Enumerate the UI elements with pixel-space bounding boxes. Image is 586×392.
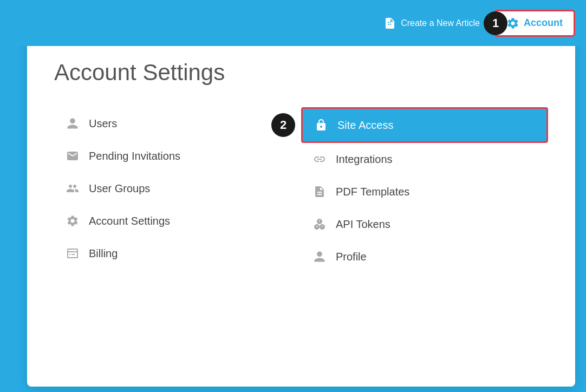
left-column: Users Pending Invitations User Groups xyxy=(54,107,301,273)
menu-item-profile[interactable]: Profile xyxy=(301,240,548,273)
page-title: Account Settings xyxy=(54,60,548,86)
lock-icon xyxy=(314,119,329,132)
step-2-badge: 2 xyxy=(271,113,295,137)
top-bar-actions: Create a New Article 1 Account xyxy=(375,10,575,37)
menu-item-integrations[interactable]: Integrations xyxy=(301,143,548,175)
pending-invitations-label: Pending Invitations xyxy=(89,150,180,162)
create-article-label: Create a New Article xyxy=(401,18,480,28)
billing-icon xyxy=(65,247,80,260)
menu-item-pdf-templates[interactable]: PDF Templates xyxy=(301,175,548,208)
envelope-icon xyxy=(65,149,80,162)
top-bar: Create a New Article 1 Account xyxy=(0,0,586,46)
account-label: Account xyxy=(524,17,563,29)
user-icon xyxy=(65,117,80,130)
users-icon xyxy=(65,182,80,195)
site-access-label: Site Access xyxy=(337,119,393,132)
gear-icon xyxy=(506,17,519,30)
menu-item-user-groups[interactable]: User Groups xyxy=(54,172,301,205)
menu-item-billing[interactable]: Billing xyxy=(54,237,301,270)
link-icon xyxy=(312,153,327,166)
step-1-badge: 1 xyxy=(484,11,507,35)
right-column: 2 Site Access Integrations PDF Templ xyxy=(301,107,548,273)
menu-item-users[interactable]: Users xyxy=(54,107,301,140)
billing-label: Billing xyxy=(89,247,118,260)
api-tokens-icon xyxy=(312,218,327,231)
main-panel: Account Settings Users Pending Invitatio… xyxy=(27,38,575,387)
user-groups-label: User Groups xyxy=(89,182,150,195)
file-icon xyxy=(312,185,327,198)
menu-item-site-access[interactable]: 2 Site Access xyxy=(301,107,548,143)
profile-label: Profile xyxy=(336,251,367,263)
users-label: Users xyxy=(89,117,117,130)
create-article-button[interactable]: Create a New Article xyxy=(375,12,489,34)
create-article-icon xyxy=(383,17,396,30)
integrations-label: Integrations xyxy=(336,153,393,166)
account-settings-icon xyxy=(65,214,80,227)
menu-item-pending-invitations[interactable]: Pending Invitations xyxy=(54,140,301,172)
pdf-templates-label: PDF Templates xyxy=(336,186,409,198)
profile-icon xyxy=(312,250,327,263)
menu-item-account-settings[interactable]: Account Settings xyxy=(54,205,301,237)
account-button[interactable]: 1 Account xyxy=(494,10,575,37)
menu-item-api-tokens[interactable]: API Tokens xyxy=(301,208,548,240)
menu-grid: Users Pending Invitations User Groups xyxy=(54,107,548,273)
account-settings-label: Account Settings xyxy=(89,215,170,227)
api-tokens-label: API Tokens xyxy=(336,218,390,231)
